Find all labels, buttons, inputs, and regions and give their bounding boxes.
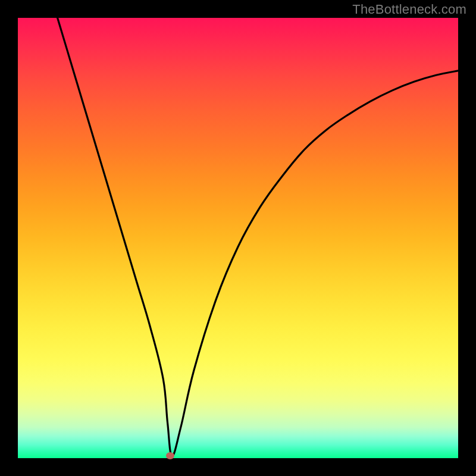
chart-container: TheBottleneck.com (0, 0, 476, 476)
watermark-text: TheBottleneck.com (352, 2, 466, 17)
bottleneck-curve (18, 18, 458, 458)
minimum-marker (166, 452, 174, 459)
plot-area (18, 18, 458, 458)
